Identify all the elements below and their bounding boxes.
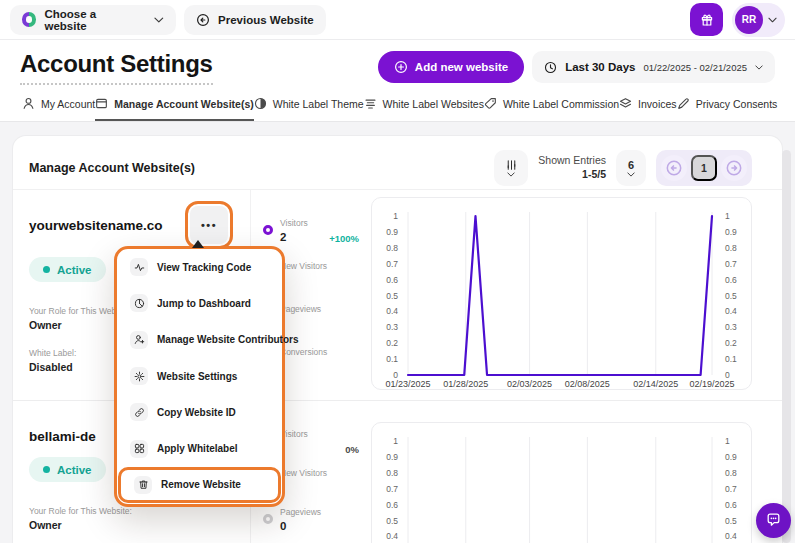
date-range-value: 01/22/2025 - 02/21/2025 [643,62,747,73]
menu-item-apply-whitelabel[interactable]: Apply Whitelabel [117,430,282,466]
pagination: 1 [656,150,752,186]
pie-chart-icon [134,298,145,309]
plus-circle-icon [394,60,408,74]
website-name: yourwebsitename.co [29,218,163,233]
target-icon [263,225,273,235]
previous-website-label: Previous Website [218,14,314,26]
svg-text:0.7: 0.7 [725,484,737,494]
previous-website-button[interactable]: Previous Website [184,5,326,35]
status-badge: Active [29,457,106,482]
svg-text:0.8: 0.8 [725,468,737,478]
page-number-1[interactable]: 1 [691,155,717,181]
svg-text:1: 1 [725,211,730,221]
svg-text:0.6: 0.6 [386,275,398,285]
section-title: Manage Account Website(s) [29,161,195,175]
role-label: Your Role for This Website: [29,506,238,516]
svg-text:0.7: 0.7 [386,259,398,269]
svg-text:0.9: 0.9 [386,227,398,237]
sliders-icon [505,159,518,171]
svg-text:1: 1 [393,436,398,446]
shown-entries: Shown Entries 1-5/5 [538,154,606,181]
text-lines-icon [364,97,377,110]
chat-icon [765,512,782,529]
tab-my-account[interactable]: My Account [22,88,95,121]
tab-privacy-consents[interactable]: Privacy Consents [677,88,778,121]
rewards-button[interactable] [690,3,723,36]
svg-text:0.3: 0.3 [725,322,737,332]
status-dot-icon [43,466,50,473]
arrow-right-circle-icon [725,159,743,177]
page-title: Account Settings [20,50,213,85]
svg-text:0.1: 0.1 [725,354,737,364]
user-menu[interactable]: RR [732,3,785,37]
gift-icon [700,13,714,27]
next-page-button[interactable] [721,155,747,181]
date-range-picker[interactable]: Last 30 Days 01/22/2025 - 02/21/2025 [532,51,775,83]
add-new-website-button[interactable]: Add new website [378,51,524,83]
chevron-down-icon [507,172,515,177]
settings-tabs: My Account Manage Account Website(s) Whi… [0,88,795,122]
svg-text:01/28/2025: 01/28/2025 [443,379,488,389]
menu-item-view-tracking-code[interactable]: View Tracking Code [117,249,282,285]
svg-text:1: 1 [393,211,398,221]
filter-button[interactable] [494,150,528,186]
website-actions-menu: View Tracking Code Jump to Dashboard Man… [114,246,285,507]
svg-text:0.9: 0.9 [386,452,398,462]
svg-text:0.4: 0.4 [386,531,398,541]
gear-icon [134,371,145,382]
tab-invoices[interactable]: Invoices [619,88,677,121]
grid-squares-icon [134,443,145,454]
svg-text:02/08/2025: 02/08/2025 [565,379,610,389]
menu-item-remove-website[interactable]: Remove Website [121,470,278,500]
svg-text:0.6: 0.6 [725,275,737,285]
svg-text:02/19/2025: 02/19/2025 [689,379,734,389]
browser-icon [95,97,108,110]
svg-text:0.4: 0.4 [725,531,737,541]
chat-widget-button[interactable] [756,503,791,538]
role-value: Owner [29,519,238,531]
svg-text:0.4: 0.4 [386,306,398,316]
tab-manage-account-websites[interactable]: Manage Account Website(s) [95,88,253,121]
trash-icon [138,479,149,490]
svg-text:0.5: 0.5 [725,291,737,301]
shown-entries-value: 1-5/5 [538,168,606,182]
svg-text:0.3: 0.3 [386,322,398,332]
menu-item-website-settings[interactable]: Website Settings [117,358,282,394]
svg-text:0.8: 0.8 [725,243,737,253]
tag-icon [484,97,497,110]
tab-white-label-commission[interactable]: White Label Commission [484,88,619,121]
tab-white-label-websites[interactable]: White Label Websites [364,88,484,121]
menu-arrow [192,240,204,248]
date-range-label: Last 30 Days [565,61,635,73]
choose-website-dropdown[interactable]: Choose a website [10,5,176,35]
svg-text:0.7: 0.7 [386,484,398,494]
page-header: Account Settings Add new website Last 30… [0,40,795,88]
page-size-select[interactable]: 6 [616,150,646,186]
arrow-left-circle-icon [665,159,683,177]
website-actions-button[interactable]: ••• [190,206,228,244]
layers-icon [619,97,632,110]
svg-text:02/03/2025: 02/03/2025 [507,379,552,389]
avatar: RR [735,6,763,34]
svg-text:01/23/2025: 01/23/2025 [385,379,430,389]
svg-text:0.5: 0.5 [725,516,737,526]
svg-text:0.2: 0.2 [386,338,398,348]
status-badge: Active [29,257,106,282]
stat-visitors: Visitors 2 +100% [263,212,359,245]
menu-item-jump-to-dashboard[interactable]: Jump to Dashboard [117,285,282,321]
prev-page-button[interactable] [661,155,687,181]
visitors-line-chart: 000.10.10.20.20.30.30.40.40.50.50.60.60.… [371,422,752,543]
pen-icon [677,97,690,110]
scrollbar-thumb[interactable] [782,150,791,543]
menu-item-manage-website-contributors[interactable]: Manage Website Contributors [117,322,282,358]
app-logo-icon [22,12,36,27]
target-icon [263,514,273,524]
svg-text:0.2: 0.2 [725,338,737,348]
chevron-down-icon [627,172,635,177]
menu-item-copy-website-id[interactable]: Copy Website ID [117,394,282,430]
tab-white-label-theme[interactable]: White Label Theme [254,88,364,121]
svg-text:0.7: 0.7 [725,259,737,269]
svg-text:0.5: 0.5 [386,516,398,526]
chevron-down-icon [768,17,777,23]
user-icon [22,97,35,110]
